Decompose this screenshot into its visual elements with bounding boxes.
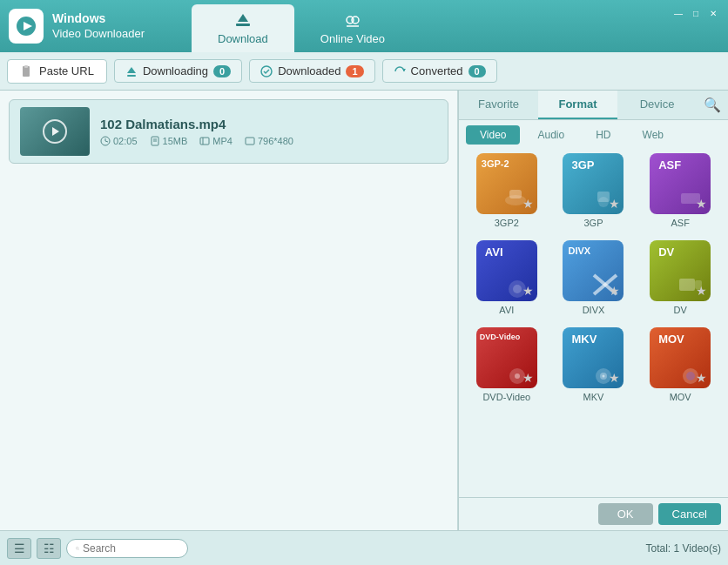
svg-line-16 (105, 141, 108, 142)
svg-rect-24 (509, 190, 522, 198)
cancel-button[interactable]: Cancel (658, 503, 721, 525)
svg-marker-3 (238, 14, 248, 22)
svg-point-38 (603, 375, 605, 378)
svg-rect-2 (236, 24, 250, 26)
toolbar: Paste URL Downloading 0 Downloaded 1 Con… (0, 52, 728, 91)
svg-point-26 (598, 197, 609, 207)
format-panel: Favorite Format Device 🔍 Video Audio HD … (458, 91, 728, 530)
format-actions: OK Cancel (459, 497, 728, 530)
svg-marker-12 (402, 69, 406, 71)
svg-line-42 (78, 548, 79, 549)
list-item[interactable]: MOV ★ MOV (639, 324, 721, 406)
total-count: Total: 1 Video(s) (646, 542, 722, 555)
downloading-badge: 0 (213, 65, 231, 77)
sub-tab-video[interactable]: Video (466, 125, 520, 145)
svg-rect-22 (246, 138, 254, 145)
svg-point-41 (76, 547, 78, 549)
window-controls: — □ ✕ (672, 7, 719, 19)
star-icon: ★ (609, 284, 620, 298)
svg-rect-20 (200, 138, 209, 145)
app-title: Windows Video Downloader (52, 10, 145, 41)
list-item[interactable]: 3GP-2 ★ 3GP2 (466, 150, 548, 232)
minimize-button[interactable]: — (672, 7, 684, 19)
format-meta: MP4 (199, 136, 233, 146)
resolution-meta: 796*480 (245, 136, 293, 146)
sub-tab-bar: Video Audio HD Web (459, 120, 728, 145)
tab-favorite[interactable]: Favorite (459, 91, 538, 119)
format-grid-wrapper: 3GP-2 ★ 3GP2 3GP (459, 145, 728, 497)
star-icon: ★ (696, 197, 707, 211)
star-icon: ★ (696, 371, 707, 385)
svg-point-29 (513, 285, 522, 293)
downloaded-badge: 1 (346, 65, 363, 77)
downloaded-tab[interactable]: Downloaded 1 (249, 59, 374, 83)
list-view-button[interactable]: ☰ (7, 538, 31, 559)
app-icon (9, 9, 44, 44)
svg-point-35 (515, 373, 520, 379)
format-grid: 3GP-2 ★ 3GP2 3GP (466, 150, 721, 406)
list-item[interactable]: DVD-Video ★ DVD-Video (466, 324, 548, 406)
search-input[interactable] (83, 542, 179, 555)
tab-online-video[interactable]: Online Video (294, 4, 411, 52)
svg-marker-9 (127, 67, 136, 73)
bottom-left: ☰ ☷ (7, 538, 188, 559)
list-item[interactable]: AVI ★ AVI (466, 237, 548, 319)
svg-rect-32 (679, 279, 695, 291)
star-icon: ★ (522, 284, 534, 298)
list-item[interactable]: 3GP ★ 3GP (553, 150, 635, 232)
svg-point-5 (352, 17, 359, 24)
format-tab-bar: Favorite Format Device 🔍 (459, 91, 728, 120)
star-icon: ★ (696, 284, 707, 298)
sub-tab-hd[interactable]: HD (582, 125, 624, 145)
sub-tab-web[interactable]: Web (629, 125, 677, 145)
downloading-tab[interactable]: Downloading 0 (114, 59, 242, 83)
nav-tabs: Download Online Video (192, 4, 411, 52)
maximize-button[interactable]: □ (690, 7, 702, 19)
main-area: 102 Dalmatians.mp4 02:05 15MB MP4 (0, 91, 728, 530)
search-box[interactable] (66, 539, 188, 558)
bottom-bar: ☰ ☷ Total: 1 Video(s) (0, 530, 728, 565)
file-name: 102 Dalmatians.mp4 (100, 117, 437, 131)
svg-rect-8 (24, 65, 28, 68)
star-icon: ★ (609, 197, 620, 211)
svg-rect-10 (127, 75, 136, 77)
close-button[interactable]: ✕ (707, 7, 719, 19)
list-item[interactable]: DV ★ DV (639, 237, 721, 319)
size-meta: 15MB (150, 136, 188, 146)
paste-url-button[interactable]: Paste URL (7, 59, 107, 84)
tab-download[interactable]: Download (192, 4, 294, 52)
file-info: 102 Dalmatians.mp4 02:05 15MB MP4 (100, 117, 437, 146)
title-bar: Windows Video Downloader — □ ✕ Download … (0, 0, 728, 52)
svg-point-40 (686, 372, 695, 380)
star-icon: ★ (522, 197, 534, 211)
play-icon (43, 119, 67, 144)
converted-tab[interactable]: Converted 0 (382, 59, 497, 83)
ok-button[interactable]: OK (598, 503, 653, 525)
grid-view-button[interactable]: ☷ (37, 538, 61, 559)
search-icon[interactable]: 🔍 (697, 91, 728, 119)
star-icon: ★ (522, 371, 534, 385)
list-item[interactable]: MKV ★ MKV (553, 324, 635, 406)
tab-device[interactable]: Device (617, 91, 697, 119)
file-thumbnail (20, 107, 90, 156)
svg-marker-13 (52, 127, 59, 136)
file-list: 102 Dalmatians.mp4 02:05 15MB MP4 (0, 91, 458, 530)
tab-format[interactable]: Format (538, 91, 617, 119)
duration-meta: 02:05 (100, 136, 138, 146)
list-item[interactable]: ASF ★ ASF (639, 150, 721, 232)
star-icon: ★ (609, 371, 620, 385)
list-item[interactable]: DIVX ★ DIVX (553, 237, 635, 319)
table-row[interactable]: 102 Dalmatians.mp4 02:05 15MB MP4 (9, 99, 448, 164)
converted-badge: 0 (468, 65, 486, 77)
sub-tab-audio[interactable]: Audio (523, 125, 578, 145)
file-meta: 02:05 15MB MP4 796*480 (100, 136, 437, 146)
